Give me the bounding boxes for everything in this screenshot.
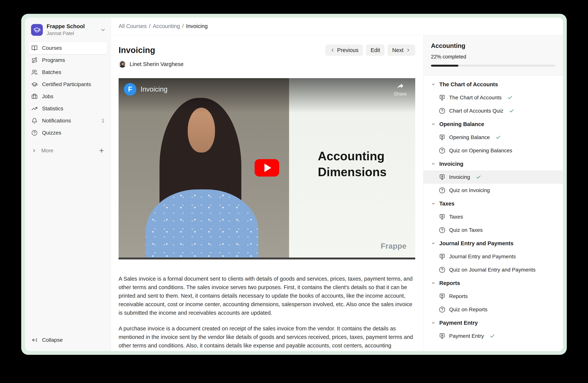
sidebar-item-courses[interactable]: Courses xyxy=(28,42,107,54)
outline-section-taxes[interactable]: Taxes xyxy=(423,197,563,210)
slide-title: Accounting Dimensions xyxy=(318,148,387,180)
breadcrumb-separator: / xyxy=(149,23,150,29)
play-icon xyxy=(264,164,271,172)
share-button[interactable]: Share xyxy=(394,82,407,97)
sidebar-item-statistics[interactable]: Statistics xyxy=(28,103,107,115)
sidebar-item-label: Statistics xyxy=(42,106,63,112)
share-icon xyxy=(396,82,404,90)
outline-lesson[interactable]: The Chart of Accounts xyxy=(423,91,563,104)
trending-up-icon xyxy=(31,106,38,112)
breadcrumb-all-courses[interactable]: All Courses xyxy=(119,23,147,29)
sidebar-item-label: Notifications xyxy=(42,118,71,124)
brand-name: Frappe School xyxy=(47,23,96,30)
outline-quiz[interactable]: Quiz on Taxes xyxy=(423,224,563,237)
outline-section-reports[interactable]: Reports xyxy=(423,276,563,290)
monitor-play-icon xyxy=(439,134,445,141)
chevron-down-icon xyxy=(431,82,436,87)
help-circle-icon xyxy=(439,108,445,114)
help-circle-icon xyxy=(439,147,445,154)
lesson-main: Invoicing Previous Edit Next xyxy=(111,35,423,351)
check-icon xyxy=(490,333,495,339)
outline-lesson[interactable]: Opening Balance xyxy=(423,131,563,144)
video-overlay-header: F Invoicing xyxy=(124,83,168,96)
play-button[interactable] xyxy=(255,159,279,176)
chevron-right-icon xyxy=(406,48,411,53)
sidebar-nav: Courses Programs Batches Certified Parti… xyxy=(25,39,111,139)
chevron-down-icon xyxy=(100,27,106,33)
lesson-paragraph: A Sales invoice is a formal document sen… xyxy=(119,275,415,317)
progress-bar-fill xyxy=(431,65,459,67)
sidebar-item-certified-participants[interactable]: Certified Participants xyxy=(28,78,107,91)
outline-quiz[interactable]: Quiz on Opening Balances xyxy=(423,144,563,157)
video-title-overlay[interactable]: Invoicing xyxy=(141,85,168,93)
outline-quiz[interactable]: Chart of Accounts Quiz xyxy=(423,104,563,117)
chevron-left-icon xyxy=(330,48,335,53)
check-icon xyxy=(476,174,481,180)
chevron-down-icon xyxy=(431,321,436,325)
app: Frappe School Jannat Patel Courses Progr… xyxy=(25,18,563,351)
sidebar-item-batches[interactable]: Batches xyxy=(28,66,107,78)
outline-section-payment-entry[interactable]: Payment Entry xyxy=(423,316,563,329)
progress-label: 22% completed xyxy=(431,54,555,60)
help-circle-icon xyxy=(439,187,445,193)
briefcase-icon xyxy=(31,94,38,99)
course-outline-panel: Accounting 22% completed The Chart of Ac… xyxy=(423,35,563,351)
outline-quiz[interactable]: Quiz on Journal Entry and Payments xyxy=(423,263,563,276)
sidebar-item-label: Jobs xyxy=(42,94,53,99)
outline-quiz[interactable]: Quiz on Invoicing xyxy=(423,184,563,197)
outline-lesson[interactable]: Payment Entry xyxy=(423,329,563,343)
monitor-play-icon xyxy=(439,333,445,339)
sidebar: Frappe School Jannat Patel Courses Progr… xyxy=(25,18,111,351)
channel-avatar[interactable]: F xyxy=(124,83,136,96)
help-circle-icon xyxy=(439,267,445,273)
sidebar-more-toggle[interactable]: More xyxy=(28,145,96,157)
content-row: Invoicing Previous Edit Next xyxy=(111,35,563,351)
sidebar-item-programs[interactable]: Programs xyxy=(28,54,107,66)
check-icon xyxy=(509,108,514,114)
outline-quiz[interactable]: Quiz on Reports xyxy=(423,303,563,316)
topbar: All Courses / Accounting / Invoicing xyxy=(111,18,563,35)
sidebar-item-label: Batches xyxy=(42,69,61,75)
lesson-nav-buttons: Previous Edit Next xyxy=(325,44,415,56)
chevron-down-icon xyxy=(431,122,436,126)
outline-section-opening-balance[interactable]: Opening Balance xyxy=(423,117,563,131)
add-button[interactable] xyxy=(96,147,107,154)
book-open-icon xyxy=(31,45,38,51)
course-progress-header: Accounting 22% completed xyxy=(423,35,563,76)
sidebar-item-label: Certified Participants xyxy=(42,81,91,87)
monitor-play-icon xyxy=(439,253,445,260)
edit-button[interactable]: Edit xyxy=(366,44,385,56)
workspace-switcher[interactable]: Frappe School Jannat Patel xyxy=(25,18,111,39)
sidebar-more-row: More xyxy=(25,145,111,157)
outline-section-journal-entry[interactable]: Journal Entry and Payments xyxy=(423,237,563,250)
notifications-count-badge: 1 xyxy=(102,118,104,124)
route-icon xyxy=(31,57,38,63)
chevron-down-icon xyxy=(431,162,436,166)
progress-bar xyxy=(431,65,555,67)
breadcrumb-accounting[interactable]: Accounting xyxy=(153,23,180,29)
outline-section-invoicing[interactable]: Invoicing xyxy=(423,157,563,171)
collapse-sidebar-button[interactable]: Collapse xyxy=(28,334,107,346)
author-row: Linet Sherin Varghese xyxy=(119,60,415,68)
check-icon xyxy=(507,95,513,100)
outline-lesson[interactable]: Reports xyxy=(423,290,563,303)
previous-button[interactable]: Previous xyxy=(325,44,363,56)
outline-lesson[interactable]: Journal Entry and Payments xyxy=(423,250,563,263)
next-button[interactable]: Next xyxy=(388,44,415,56)
outline-section-chart-of-accounts[interactable]: The Chart of Accounts xyxy=(423,78,563,91)
app-window: Frappe School Jannat Patel Courses Progr… xyxy=(21,14,567,355)
video-player[interactable]: Accounting Dimensions Frappe F Invoicing xyxy=(119,78,415,259)
sidebar-item-notifications[interactable]: Notifications 1 xyxy=(28,115,107,127)
author-name: Linet Sherin Varghese xyxy=(129,61,184,67)
breadcrumb-current: Invoicing xyxy=(186,23,208,29)
collapse-label: Collapse xyxy=(42,337,63,343)
sidebar-item-quizzes[interactable]: Quizzes xyxy=(28,127,107,139)
graduation-cap-icon xyxy=(31,81,38,87)
more-label: More xyxy=(41,148,53,154)
sidebar-item-jobs[interactable]: Jobs xyxy=(28,91,107,103)
outline-lesson-current[interactable]: Invoicing xyxy=(423,171,563,184)
chevron-right-icon xyxy=(31,148,37,153)
page-title: Invoicing xyxy=(119,45,155,55)
outline-lesson[interactable]: Taxes xyxy=(423,210,563,224)
lesson-paragraph: A purchase invoice is a document created… xyxy=(119,324,415,351)
